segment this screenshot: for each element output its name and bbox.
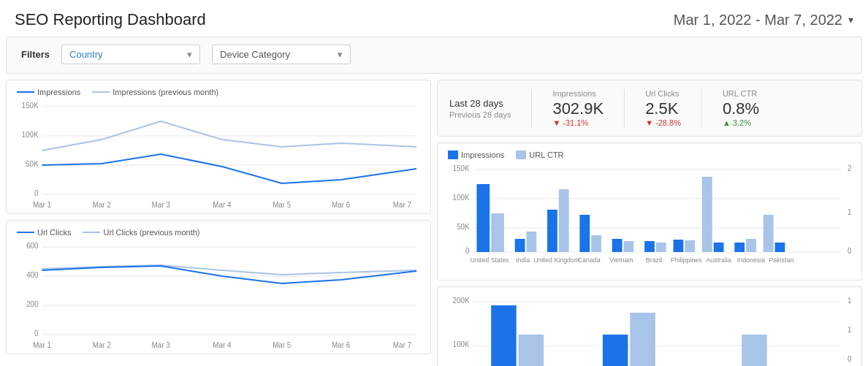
country-dropdown-arrow: ▾ bbox=[187, 49, 192, 60]
svg-text:Canada: Canada bbox=[578, 256, 601, 264]
svg-rect-50 bbox=[559, 189, 569, 252]
svg-rect-52 bbox=[591, 235, 601, 252]
impressions-prev-line-icon bbox=[92, 91, 110, 94]
impressions-legend-item1: Impressions bbox=[17, 88, 80, 96]
svg-rect-47 bbox=[515, 239, 525, 252]
filters-label: Filters bbox=[21, 49, 50, 60]
urlclicks-legend: Url Clicks Url Clicks (previous month) bbox=[17, 228, 420, 237]
svg-text:Indonesia: Indonesia bbox=[737, 256, 765, 264]
device-chart: 200K 100K 0 1.5% 1% 0.5% 0% bbox=[448, 294, 851, 366]
urlclicks-prev-line-icon bbox=[83, 231, 100, 234]
country-legend-item2: URL CTR bbox=[516, 150, 563, 159]
svg-text:1.5%: 1.5% bbox=[848, 297, 851, 305]
svg-rect-58 bbox=[685, 240, 695, 252]
svg-rect-60 bbox=[714, 243, 724, 252]
svg-rect-46 bbox=[491, 213, 504, 252]
svg-text:150K: 150K bbox=[22, 102, 39, 110]
country-legend-item1: Impressions bbox=[448, 150, 504, 159]
country-dropdown-label: Country bbox=[69, 49, 103, 60]
svg-text:Mar 1: Mar 1 bbox=[33, 201, 52, 209]
svg-text:150K: 150K bbox=[453, 164, 470, 172]
svg-text:0%: 0% bbox=[848, 247, 851, 255]
stat-impressions: Impressions 302.9K ▼ -31.1% bbox=[541, 89, 615, 127]
svg-text:Mar 6: Mar 6 bbox=[332, 341, 351, 349]
stat-urlctr: URL CTR 0.8% ▲ 3.2% bbox=[711, 89, 771, 127]
left-panel: Impressions Impressions (previous month)… bbox=[6, 80, 431, 366]
country-legend-box2 bbox=[516, 150, 526, 159]
svg-rect-59 bbox=[702, 177, 712, 252]
svg-text:Australia: Australia bbox=[706, 256, 731, 264]
impressions-chart: 150K 100K 50K 0 Mar 1 Mar 2 Mar 3 Mar 4 … bbox=[17, 99, 420, 209]
svg-text:400: 400 bbox=[26, 271, 39, 279]
urlclicks-chart: 600 400 200 0 Mar 1 Mar 2 Mar 3 Mar 4 Ma… bbox=[17, 240, 420, 349]
svg-text:Pakistan: Pakistan bbox=[769, 256, 793, 264]
date-dropdown-arrow[interactable]: ▾ bbox=[848, 14, 853, 26]
svg-text:100K: 100K bbox=[453, 340, 470, 348]
device-category-dropdown-arrow: ▾ bbox=[338, 49, 343, 60]
svg-rect-49 bbox=[547, 210, 557, 252]
stats-divider3 bbox=[701, 89, 702, 127]
svg-text:1%: 1% bbox=[848, 326, 851, 334]
svg-text:Mar 5: Mar 5 bbox=[273, 201, 292, 209]
stats-divider2 bbox=[624, 89, 625, 127]
svg-rect-51 bbox=[579, 215, 590, 252]
stats-period-main: Last 28 days bbox=[449, 98, 511, 109]
date-range-text: Mar 1, 2022 - Mar 7, 2022 bbox=[674, 12, 842, 28]
device-chart-card: 200K 100K 0 1.5% 1% 0.5% 0% bbox=[437, 286, 862, 366]
urlclicks-chart-card: Url Clicks Url Clicks (previous month) 6… bbox=[6, 220, 431, 354]
svg-text:50K: 50K bbox=[457, 223, 470, 231]
svg-text:2%: 2% bbox=[848, 164, 851, 172]
svg-text:India: India bbox=[516, 256, 530, 264]
svg-text:Mar 3: Mar 3 bbox=[152, 201, 171, 209]
date-range[interactable]: Mar 1, 2022 - Mar 7, 2022 ▾ bbox=[674, 12, 853, 28]
svg-rect-87 bbox=[603, 335, 628, 366]
country-chart-legend: Impressions URL CTR bbox=[448, 150, 851, 159]
stats-period: Last 28 days Previous 28 days bbox=[449, 89, 522, 127]
svg-text:200K: 200K bbox=[453, 297, 470, 305]
device-category-dropdown[interactable]: Device Category ▾ bbox=[212, 45, 351, 64]
svg-text:Mar 5: Mar 5 bbox=[273, 341, 292, 349]
right-panel: Last 28 days Previous 28 days Impression… bbox=[437, 80, 862, 366]
stats-period-sub: Previous 28 days bbox=[449, 110, 511, 119]
svg-text:Mar 7: Mar 7 bbox=[393, 201, 412, 209]
svg-rect-90 bbox=[742, 335, 767, 366]
stat-impressions-change: ▼ -31.1% bbox=[552, 118, 604, 127]
stat-urlclicks-value: 2.5K bbox=[645, 99, 681, 118]
svg-text:Brazil: Brazil bbox=[646, 256, 662, 264]
svg-text:100K: 100K bbox=[22, 131, 39, 139]
urlclicks-legend-label2: Url Clicks (previous month) bbox=[103, 228, 199, 237]
device-category-dropdown-label: Device Category bbox=[220, 49, 290, 60]
svg-rect-62 bbox=[746, 239, 756, 252]
svg-text:0: 0 bbox=[34, 189, 39, 197]
country-dropdown[interactable]: Country ▾ bbox=[61, 45, 200, 64]
filters-bar: Filters Country ▾ Device Category ▾ bbox=[6, 37, 862, 74]
stat-urlclicks-change: ▼ -28.8% bbox=[645, 118, 681, 127]
svg-rect-85 bbox=[491, 305, 517, 366]
country-legend-label2: URL CTR bbox=[529, 150, 563, 159]
svg-text:Philippines: Philippines bbox=[671, 256, 702, 264]
svg-text:0: 0 bbox=[465, 247, 470, 255]
stat-urlctr-label: URL CTR bbox=[723, 89, 759, 98]
header: SEO Reporting Dashboard Mar 1, 2022 - Ma… bbox=[0, 0, 868, 37]
svg-rect-55 bbox=[644, 241, 655, 252]
urlclicks-legend-item2: Url Clicks (previous month) bbox=[83, 228, 199, 237]
main-content: Impressions Impressions (previous month)… bbox=[0, 80, 868, 366]
country-chart-card: Impressions URL CTR 150K 100K 50K 0 2% 1… bbox=[437, 142, 862, 281]
svg-rect-88 bbox=[630, 313, 655, 366]
impressions-legend-label2: Impressions (previous month) bbox=[113, 88, 218, 96]
svg-text:Vietnam: Vietnam bbox=[609, 256, 633, 264]
svg-text:50K: 50K bbox=[26, 160, 39, 168]
svg-text:Mar 4: Mar 4 bbox=[213, 201, 232, 209]
urlclicks-line-icon bbox=[17, 231, 34, 234]
svg-text:Mar 2: Mar 2 bbox=[93, 201, 112, 209]
stat-urlctr-change: ▲ 3.2% bbox=[723, 118, 759, 127]
stats-divider1 bbox=[531, 89, 532, 127]
urlclicks-legend-item1: Url Clicks bbox=[17, 228, 71, 237]
svg-text:1%: 1% bbox=[848, 208, 851, 216]
svg-rect-63 bbox=[764, 215, 774, 252]
svg-text:0.5%: 0.5% bbox=[848, 355, 851, 363]
svg-text:United States: United States bbox=[471, 256, 510, 264]
svg-text:United Kingdom: United Kingdom bbox=[533, 256, 579, 264]
urlclicks-legend-label1: Url Clicks bbox=[37, 228, 71, 237]
stat-impressions-value: 302.9K bbox=[552, 99, 604, 118]
